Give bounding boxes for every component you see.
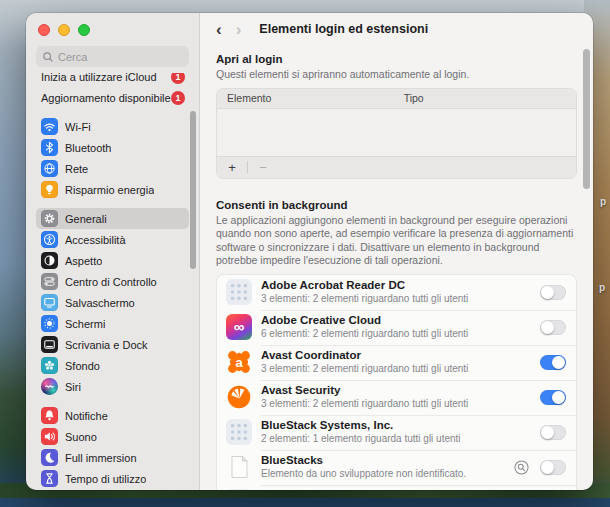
display-icon xyxy=(41,315,58,332)
sidebar-item-full-immersion[interactable]: Full immersion xyxy=(36,447,189,468)
appearance-icon xyxy=(41,252,58,269)
sidebar-item-icloud-setup[interactable]: Inizia a utilizzare iCloud 1 xyxy=(36,73,189,87)
sidebar-item-label: Rete xyxy=(65,163,88,175)
app-toggle[interactable] xyxy=(540,355,566,370)
search-icon xyxy=(42,51,54,63)
bell-icon xyxy=(41,407,58,424)
background-app-row-adobe-acrobat-reader-dc: Adobe Acrobat Reader DC 3 elementi: 2 el… xyxy=(217,275,576,310)
app-detail: 3 elementi: 2 elementi riguardano tutti … xyxy=(261,398,531,410)
table-footer: + − xyxy=(217,156,576,178)
main-scrollbar[interactable] xyxy=(583,49,590,189)
sidebar-item-tempo-di-utilizzo[interactable]: Tempo di utilizzo xyxy=(36,468,189,489)
system-settings-window: Inizia a utilizzare iCloud 1 Aggiornamen… xyxy=(26,13,593,490)
sidebar-group: Generali Accessibilità Aspetto Centro di… xyxy=(36,208,189,397)
toggle-knob xyxy=(552,356,565,369)
app-name: Adobe Acrobat Reader DC xyxy=(261,279,531,292)
remove-login-item-button[interactable]: − xyxy=(256,161,270,174)
desktop-wallpaper: p p Inizia a utilizzare iCloud 1 Aggiorn… xyxy=(0,0,610,507)
table-header: Elemento Tipo xyxy=(217,89,576,109)
app-toggle[interactable] xyxy=(540,320,566,335)
open-at-login-description: Questi elementi si apriranno automaticam… xyxy=(216,68,577,82)
add-login-item-button[interactable]: + xyxy=(225,161,239,174)
hourglass-icon xyxy=(41,470,58,487)
details-magnifier-icon[interactable] xyxy=(514,460,529,475)
close-button[interactable] xyxy=(38,24,50,36)
search-input[interactable] xyxy=(58,51,183,63)
app-toggle[interactable] xyxy=(540,460,566,475)
sidebar-item-salvaschermo[interactable]: Salvaschermo xyxy=(36,292,189,313)
desktop-dock-icon xyxy=(41,336,58,353)
search-field[interactable] xyxy=(36,46,189,67)
sidebar-item-label: Aspetto xyxy=(65,255,102,267)
sidebar-item-bluetooth[interactable]: Bluetooth xyxy=(36,137,189,158)
open-at-login-heading: Apri al login xyxy=(216,53,577,65)
window-controls xyxy=(36,23,189,37)
app-detail: 3 elementi: 2 elementi riguardano tutti … xyxy=(261,293,531,305)
column-header-tipo: Tipo xyxy=(404,92,424,104)
sidebar-item-update-available[interactable]: Aggiornamento disponibile 1 xyxy=(36,87,189,108)
sidebar-item-label: Scrivania e Dock xyxy=(65,339,148,351)
sidebar-item-label: Risparmio energia xyxy=(65,184,154,196)
placeholder-app-icon xyxy=(226,489,252,490)
sidebar-item-label: Sfondo xyxy=(65,360,100,372)
sidebar-item-scrivania-e-dock[interactable]: Scrivania e Dock xyxy=(36,334,189,355)
desktop-icon-label: p xyxy=(600,196,606,207)
background-apps-list: Adobe Acrobat Reader DC 3 elementi: 2 el… xyxy=(216,274,577,491)
app-toggle[interactable] xyxy=(540,390,566,405)
sidebar-scrollbar[interactable] xyxy=(190,111,196,269)
sidebar-item-notifiche[interactable]: Notifiche xyxy=(36,405,189,426)
sidebar-item-wi-fi[interactable]: Wi-Fi xyxy=(36,116,189,137)
wallpaper-water xyxy=(0,498,610,507)
sidebar-group: Notifiche Suono Full immersion Tempo di … xyxy=(36,405,189,489)
sidebar-item-label: Notifiche xyxy=(65,410,108,422)
app-detail: Elemento da uno sviluppatore non identif… xyxy=(261,468,505,480)
speaker-icon xyxy=(41,428,58,445)
sidebar-item-label: Tempo di utilizzo xyxy=(65,473,146,485)
zoom-button[interactable] xyxy=(78,24,90,36)
placeholder-app-icon xyxy=(226,419,252,445)
sidebar-item-schermi[interactable]: Schermi xyxy=(36,313,189,334)
toggle-knob xyxy=(541,461,554,474)
svg-text:a: a xyxy=(235,355,243,370)
sidebar-item-siri[interactable]: Siri xyxy=(36,376,189,397)
sidebar-item-suono[interactable]: Suono xyxy=(36,426,189,447)
app-name: Douglas Richardson xyxy=(261,489,531,490)
back-button[interactable]: ‹ xyxy=(216,21,222,38)
sidebar-item-sfondo[interactable]: Sfondo xyxy=(36,355,189,376)
table-body-empty[interactable] xyxy=(217,109,576,156)
wifi-icon xyxy=(41,118,58,135)
sidebar-item-generali[interactable]: Generali xyxy=(36,208,189,229)
minimize-button[interactable] xyxy=(58,24,70,36)
sidebar-item-accessibilit[interactable]: Accessibilità xyxy=(36,229,189,250)
sidebar-item-label: Accessibilità xyxy=(65,234,126,246)
energy-icon xyxy=(41,181,58,198)
background-app-row-avast-security: Avast Security 3 elementi: 2 elementi ri… xyxy=(217,380,576,415)
sidebar-item-centro-di-controllo[interactable]: Centro di Controllo xyxy=(36,271,189,292)
toggle-knob xyxy=(541,426,554,439)
sidebar-item-label: Schermi xyxy=(65,318,105,330)
placeholder-app-icon xyxy=(226,279,252,305)
gear-icon xyxy=(41,210,58,227)
sidebar-item-risparmio-energia[interactable]: Risparmio energia xyxy=(36,179,189,200)
toggle-knob xyxy=(541,286,554,299)
background-app-row-adobe-creative-cloud: ∞ Adobe Creative Cloud 6 elementi: 2 ele… xyxy=(217,310,576,345)
background-items-heading: Consenti in background xyxy=(216,199,577,211)
forward-button[interactable]: › xyxy=(236,21,242,38)
background-app-row-bluestack-systems-inc: BlueStack Systems, Inc. 2 elementi: 1 el… xyxy=(217,415,576,450)
app-toggle[interactable] xyxy=(540,285,566,300)
avast-security-icon xyxy=(226,384,252,410)
sidebar-item-aspetto[interactable]: Aspetto xyxy=(36,250,189,271)
app-toggle[interactable] xyxy=(540,425,566,440)
app-name: Adobe Creative Cloud xyxy=(261,314,531,327)
sidebar-item-label: Suono xyxy=(65,431,97,443)
background-app-row-bluestacks: BlueStacks Elemento da uno sviluppatore … xyxy=(217,450,576,485)
document-icon xyxy=(226,454,252,480)
sidebar-item-label: Bluetooth xyxy=(65,142,111,154)
sidebar-item-label: Generali xyxy=(65,213,107,225)
sidebar-item-label: Salvaschermo xyxy=(65,297,135,309)
sidebar-item-rete[interactable]: Rete xyxy=(36,158,189,179)
avast-icon: a xyxy=(226,349,252,375)
network-icon xyxy=(41,160,58,177)
sidebar-item-label: Siri xyxy=(65,381,81,393)
login-items-table: Elemento Tipo + − xyxy=(216,88,577,179)
